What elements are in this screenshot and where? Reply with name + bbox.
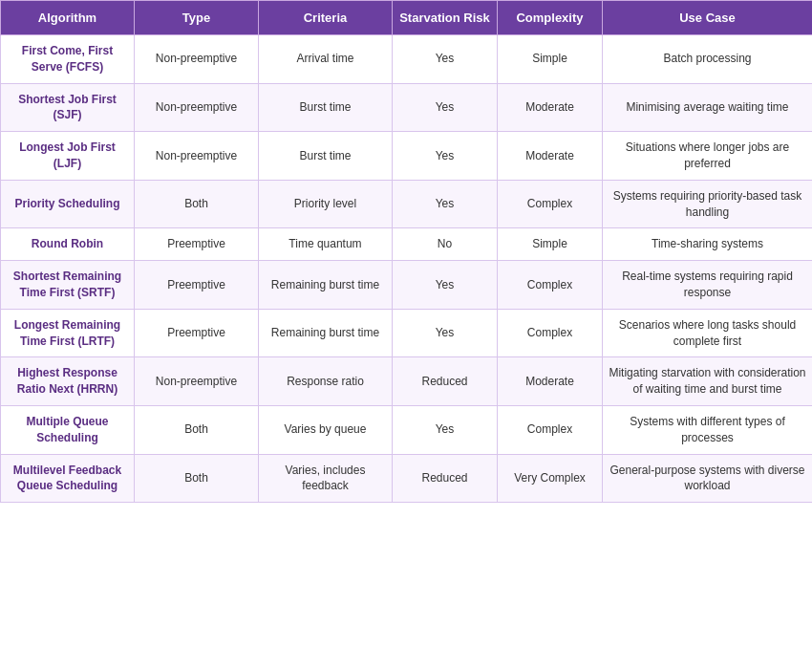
cell-criteria: Remaining burst time	[259, 261, 393, 310]
cell-algorithm: Highest Response Ratio Next (HRRN)	[1, 357, 135, 406]
cell-starvation: Reduced	[393, 357, 498, 406]
col-header-algorithm: Algorithm	[1, 1, 135, 35]
cell-algorithm: Priority Scheduling	[1, 180, 135, 228]
table-row: Shortest Job First (SJF)Non-preemptiveBu…	[1, 83, 813, 132]
table-row: Round RobinPreemptiveTime quantumNoSimpl…	[1, 228, 813, 261]
cell-complexity: Simple	[498, 228, 603, 261]
col-header-usecase: Use Case	[603, 1, 813, 35]
col-header-starvation: Starvation Risk	[393, 1, 498, 35]
cell-usecase: Time-sharing systems	[603, 228, 813, 261]
cell-type: Both	[135, 454, 259, 503]
cell-algorithm: Multilevel Feedback Queue Scheduling	[1, 454, 135, 503]
col-header-criteria: Criteria	[259, 1, 393, 35]
cell-starvation: Reduced	[393, 454, 498, 503]
cell-type: Non-preemptive	[135, 35, 259, 84]
cell-starvation: Yes	[393, 35, 498, 84]
cell-complexity: Complex	[498, 309, 603, 357]
cell-starvation: Yes	[393, 132, 498, 181]
cell-starvation: Yes	[393, 309, 498, 357]
cell-algorithm: Longest Job First (LJF)	[1, 132, 135, 181]
cell-criteria: Burst time	[259, 132, 393, 181]
cell-type: Preemptive	[135, 228, 259, 261]
cell-usecase: Mitigating starvation with consideration…	[603, 357, 813, 406]
cell-criteria: Remaining burst time	[259, 309, 393, 357]
cell-algorithm: First Come, First Serve (FCFS)	[1, 35, 135, 84]
cell-criteria: Varies, includes feedback	[259, 454, 393, 503]
cell-starvation: Yes	[393, 405, 498, 454]
cell-usecase: Situations where longer jobs are preferr…	[603, 132, 813, 181]
cell-type: Preemptive	[135, 261, 259, 310]
cell-type: Both	[135, 405, 259, 454]
cell-algorithm: Shortest Remaining Time First (SRTF)	[1, 261, 135, 310]
cell-complexity: Very Complex	[498, 454, 603, 503]
table-row: Longest Job First (LJF)Non-preemptiveBur…	[1, 132, 813, 181]
cell-starvation: Yes	[393, 83, 498, 132]
cell-type: Non-preemptive	[135, 357, 259, 406]
table-row: First Come, First Serve (FCFS)Non-preemp…	[1, 35, 813, 84]
cell-starvation: Yes	[393, 261, 498, 310]
cell-usecase: Scenarios where long tasks should comple…	[603, 309, 813, 357]
col-header-complexity: Complexity	[498, 1, 603, 35]
cell-algorithm: Multiple Queue Scheduling	[1, 405, 135, 454]
cell-complexity: Simple	[498, 35, 603, 84]
table-row: Multilevel Feedback Queue SchedulingBoth…	[1, 454, 813, 503]
cell-criteria: Arrival time	[259, 35, 393, 84]
cell-starvation: No	[393, 228, 498, 261]
cell-criteria: Response ratio	[259, 357, 393, 406]
table-row: Priority SchedulingBothPriority levelYes…	[1, 180, 813, 228]
cell-starvation: Yes	[393, 180, 498, 228]
table-row: Highest Response Ratio Next (HRRN)Non-pr…	[1, 357, 813, 406]
cell-usecase: General-purpose systems with diverse wor…	[603, 454, 813, 503]
cell-criteria: Varies by queue	[259, 405, 393, 454]
cell-algorithm: Round Robin	[1, 228, 135, 261]
cell-complexity: Complex	[498, 180, 603, 228]
cell-criteria: Burst time	[259, 83, 393, 132]
cell-type: Both	[135, 180, 259, 228]
col-header-type: Type	[135, 1, 259, 35]
cell-usecase: Real-time systems requiring rapid respon…	[603, 261, 813, 310]
cell-complexity: Moderate	[498, 83, 603, 132]
cell-usecase: Systems requiring priority-based task ha…	[603, 180, 813, 228]
table-row: Multiple Queue SchedulingBothVaries by q…	[1, 405, 813, 454]
cell-criteria: Priority level	[259, 180, 393, 228]
table-row: Longest Remaining Time First (LRTF)Preem…	[1, 309, 813, 357]
cell-type: Non-preemptive	[135, 83, 259, 132]
cell-complexity: Complex	[498, 405, 603, 454]
cell-complexity: Complex	[498, 261, 603, 310]
cell-algorithm: Shortest Job First (SJF)	[1, 83, 135, 132]
cell-type: Non-preemptive	[135, 132, 259, 181]
cell-complexity: Moderate	[498, 132, 603, 181]
table-row: Shortest Remaining Time First (SRTF)Pree…	[1, 261, 813, 310]
cell-type: Preemptive	[135, 309, 259, 357]
cell-usecase: Systems with different types of processe…	[603, 405, 813, 454]
cell-usecase: Minimising average waiting time	[603, 83, 813, 132]
cell-criteria: Time quantum	[259, 228, 393, 261]
cell-usecase: Batch processing	[603, 35, 813, 84]
cell-algorithm: Longest Remaining Time First (LRTF)	[1, 309, 135, 357]
cell-complexity: Moderate	[498, 357, 603, 406]
